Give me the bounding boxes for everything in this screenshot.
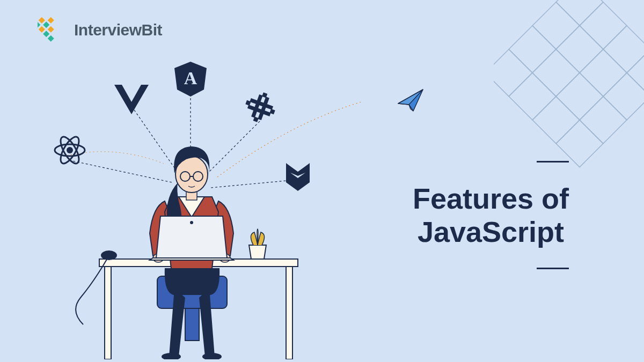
svg-rect-19 <box>556 73 603 120</box>
brand-name: InterviewBit <box>74 21 162 39</box>
svg-rect-17 <box>509 26 556 73</box>
title-line-2: JavaScript <box>418 216 564 248</box>
svg-rect-0 <box>48 17 54 24</box>
svg-rect-14 <box>556 26 603 73</box>
svg-rect-23 <box>532 97 580 144</box>
angular-icon: A <box>174 62 207 97</box>
svg-point-25 <box>67 147 73 153</box>
vue-icon <box>114 85 149 114</box>
aurelia-icon <box>241 88 280 127</box>
svg-point-41 <box>101 250 117 260</box>
paper-plane-icon <box>397 88 424 113</box>
svg-point-53 <box>190 221 193 224</box>
svg-rect-2 <box>48 26 54 33</box>
svg-rect-9 <box>556 0 603 26</box>
svg-rect-3 <box>39 17 45 24</box>
title-line-1: Features of <box>413 182 569 215</box>
svg-rect-4 <box>38 21 40 28</box>
svg-rect-15 <box>580 49 627 97</box>
svg-rect-10 <box>580 2 627 49</box>
svg-rect-12 <box>627 49 644 97</box>
logo-icon <box>38 17 69 43</box>
react-icon <box>55 134 85 166</box>
laptop <box>150 216 233 260</box>
svg-rect-8 <box>48 35 54 42</box>
svg-rect-6 <box>43 31 49 37</box>
svg-rect-22 <box>509 73 556 120</box>
svg-rect-13 <box>532 2 580 49</box>
svg-text:A: A <box>184 68 197 88</box>
svg-rect-1 <box>43 21 49 28</box>
svg-rect-18 <box>532 49 580 97</box>
svg-rect-39 <box>105 267 111 359</box>
svg-rect-43 <box>185 308 199 341</box>
svg-rect-5 <box>39 26 45 33</box>
svg-rect-24 <box>556 120 603 167</box>
background-pattern <box>494 0 644 182</box>
svg-rect-16 <box>603 73 644 120</box>
plant <box>249 229 266 259</box>
title-rule-top <box>537 161 569 162</box>
svg-rect-11 <box>603 26 644 73</box>
title-rule-bottom <box>537 268 569 269</box>
svg-rect-20 <box>580 97 627 144</box>
brand-logo: InterviewBit <box>38 17 162 43</box>
backbone-icon <box>286 163 310 191</box>
svg-rect-21 <box>494 49 532 97</box>
page-title: Features of JavaScript <box>413 161 569 269</box>
svg-rect-40 <box>286 267 292 359</box>
hero-illustration: A <box>40 56 362 359</box>
